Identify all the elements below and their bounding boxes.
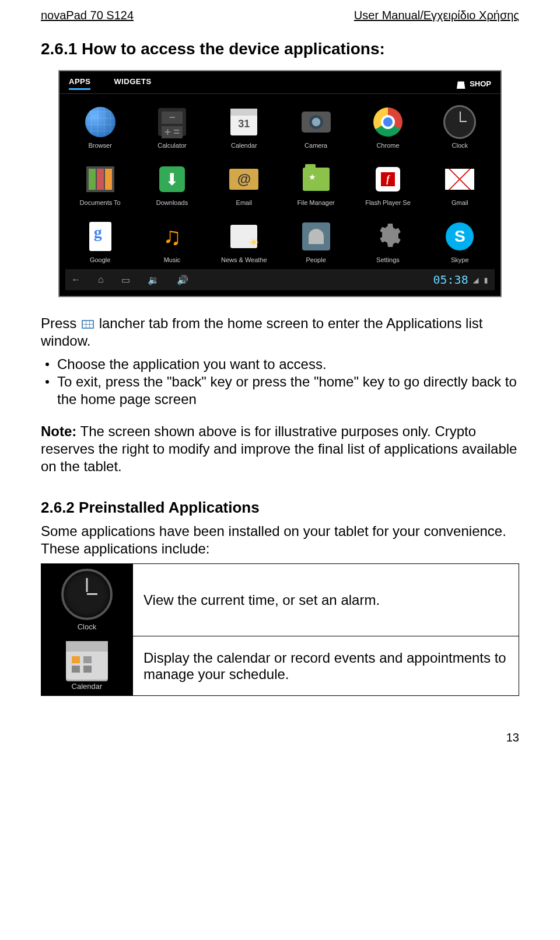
header-right: User Manual/Εγχειρίδιο Χρήσης xyxy=(354,9,519,22)
note-label: Note: xyxy=(41,423,76,439)
app-calendar[interactable]: Calendar xyxy=(208,106,280,149)
app-label: Skype xyxy=(451,256,469,263)
folder-icon xyxy=(303,168,330,191)
preinstalled-paragraph: Some applications have been installed on… xyxy=(41,523,519,558)
app-chrome[interactable]: Chrome xyxy=(352,106,424,149)
bullet-2: To exit, press the "back" key or press t… xyxy=(57,373,519,408)
header-left: novaPad 70 S124 xyxy=(41,9,134,22)
app-label: People xyxy=(306,256,326,263)
app-people[interactable]: People xyxy=(280,220,352,263)
shop-button[interactable]: SHOP xyxy=(456,78,491,89)
gmail-icon xyxy=(445,169,474,190)
table-row: Calendar Display the calendar or record … xyxy=(41,636,519,696)
people-icon xyxy=(302,222,330,250)
app-label: Clock xyxy=(452,142,468,149)
download-icon: ⬇ xyxy=(159,166,185,192)
section-heading-262: 2.6.2 Preinstalled Applications xyxy=(41,499,519,517)
page-number: 13 xyxy=(41,731,519,744)
app-filemanager[interactable]: File Manager xyxy=(280,163,352,206)
battery-icon: ▮ xyxy=(483,274,489,286)
clock-icon xyxy=(61,569,113,620)
app-label: Music xyxy=(164,256,181,263)
app-label: Flash Player Se xyxy=(365,199,411,206)
camera-icon xyxy=(302,112,331,133)
app-label: Chrome xyxy=(376,142,399,149)
app-flash[interactable]: fFlash Player Se xyxy=(352,163,424,206)
vol-down-icon[interactable]: 🔉 xyxy=(148,274,159,286)
desc-cell-calendar: Display the calendar or record events an… xyxy=(133,636,519,696)
icon-cell-calendar: Calendar xyxy=(41,636,133,696)
globe-icon xyxy=(85,107,116,137)
bullet-icon xyxy=(46,363,49,366)
app-label: Gmail xyxy=(452,199,468,206)
shop-icon xyxy=(456,78,466,89)
app-google[interactable]: Google xyxy=(64,220,136,263)
preinstalled-table: Clock View the current time, or set an a… xyxy=(41,563,519,696)
app-documents[interactable]: Documents To xyxy=(64,163,136,206)
app-music[interactable]: ♫Music xyxy=(136,220,208,263)
app-skype[interactable]: SSkype xyxy=(424,220,496,263)
desc-cell-clock: View the current time, or set an alarm. xyxy=(133,564,519,636)
app-label: Documents To xyxy=(80,199,121,206)
calculator-icon: −+ = xyxy=(158,108,186,136)
calendar-icon xyxy=(66,641,108,680)
app-calculator[interactable]: −+ =Calculator xyxy=(136,106,208,149)
app-email[interactable]: @Email xyxy=(208,163,280,206)
chrome-icon xyxy=(373,107,402,137)
launcher-icon xyxy=(82,320,94,329)
note-paragraph: Note: The screen shown above is for illu… xyxy=(41,423,519,475)
music-icon: ♫ xyxy=(158,222,186,250)
skype-icon: S xyxy=(446,222,474,250)
app-label: Browser xyxy=(88,142,111,149)
app-label: Email xyxy=(236,199,253,206)
bullet-icon xyxy=(46,380,49,384)
tile-label: Clock xyxy=(78,622,97,631)
app-label: Google xyxy=(90,256,110,263)
press-text-prefix: Press xyxy=(41,315,80,331)
app-label: Calculator xyxy=(158,142,187,149)
calendar-icon xyxy=(230,109,257,135)
section-heading-261: 2.6.1 How to access the device applicati… xyxy=(41,40,519,58)
home-icon[interactable]: ⌂ xyxy=(98,274,104,285)
press-paragraph: Press lancher tab from the home screen t… xyxy=(41,315,519,350)
back-icon[interactable]: ← xyxy=(71,274,80,285)
app-label: Downloads xyxy=(156,199,188,206)
app-camera[interactable]: Camera xyxy=(280,106,352,149)
app-label: Settings xyxy=(376,256,400,263)
app-settings[interactable]: Settings xyxy=(352,220,424,263)
clock-icon xyxy=(443,105,476,139)
bullet-1: Choose the application you want to acces… xyxy=(57,356,327,373)
gear-icon xyxy=(374,221,402,252)
documents-icon xyxy=(86,166,114,192)
shop-label: SHOP xyxy=(470,79,491,88)
vol-up-icon[interactable]: 🔊 xyxy=(177,274,188,286)
icon-cell-clock: Clock xyxy=(41,564,133,636)
google-icon xyxy=(89,222,111,251)
tab-apps[interactable]: APPS xyxy=(69,77,90,90)
table-row: Clock View the current time, or set an a… xyxy=(41,564,519,636)
status-time: 05:38 xyxy=(433,273,468,287)
app-label: Camera xyxy=(304,142,327,149)
email-icon: @ xyxy=(229,169,258,190)
app-gmail[interactable]: Gmail xyxy=(424,163,496,206)
flash-icon: f xyxy=(376,167,400,192)
tab-widgets[interactable]: WIDGETS xyxy=(114,77,151,90)
app-label: File Manager xyxy=(298,199,335,206)
app-label: News & Weathe xyxy=(221,256,267,263)
news-icon xyxy=(230,225,257,248)
tile-label: Calendar xyxy=(72,682,103,691)
app-news[interactable]: News & Weathe xyxy=(208,220,280,263)
recents-icon[interactable]: ▭ xyxy=(121,274,130,286)
app-label: Calendar xyxy=(231,142,257,149)
app-clock[interactable]: Clock xyxy=(424,106,496,149)
app-downloads[interactable]: ⬇Downloads xyxy=(136,163,208,206)
press-text-suffix: lancher tab from the home screen to ente… xyxy=(41,315,482,349)
tablet-screenshot: APPS WIDGETS SHOP Browser −+ =Calculator… xyxy=(58,70,502,297)
signal-icon: ◢ xyxy=(473,274,479,286)
note-body: The screen shown above is for illustrati… xyxy=(41,423,517,474)
app-browser[interactable]: Browser xyxy=(64,106,136,149)
